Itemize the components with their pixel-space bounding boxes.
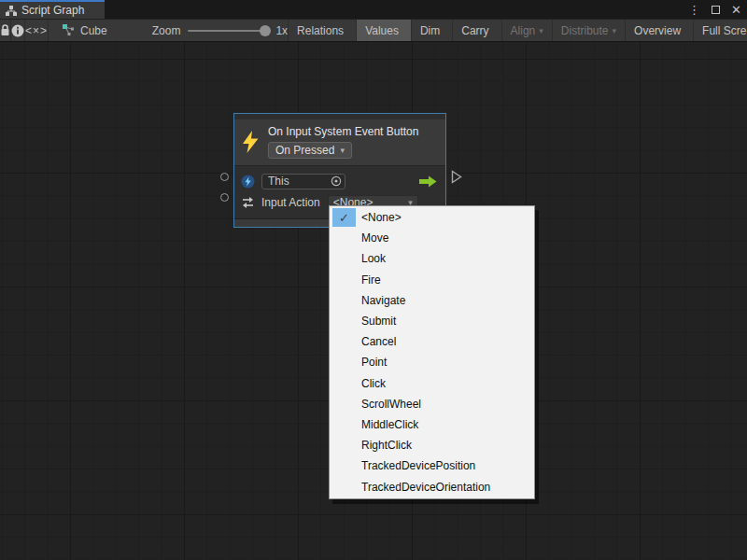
lock-icon — [0, 24, 10, 36]
check-icon — [332, 332, 356, 351]
check-icon — [332, 249, 356, 268]
this-object-field[interactable]: This — [261, 174, 345, 189]
input-action-input-port[interactable] — [220, 193, 229, 202]
dropdown-item-label: MiddleClick — [361, 418, 418, 431]
flow-output-port[interactable] — [451, 170, 462, 184]
dropdown-menu-item[interactable]: ScrollWheel — [330, 394, 534, 414]
dropdown-item-label: Cancel — [361, 335, 396, 348]
object-picker-icon[interactable] — [331, 175, 342, 187]
dropdown-menu-item[interactable]: ✓ <None> — [330, 207, 534, 228]
dropdown-menu-item[interactable]: TrackedDeviceOrientation — [330, 476, 534, 497]
code-icon: <×> — [25, 24, 48, 37]
zoom-label: Zoom — [152, 24, 181, 37]
gameobject-bolt-icon — [241, 175, 255, 189]
trigger-dropdown[interactable]: On Pressed ▾ — [268, 142, 352, 159]
node-header: On Input System Event Button On Pressed … — [234, 119, 445, 166]
chevron-down-icon: ▾ — [340, 146, 345, 155]
zoom-slider[interactable] — [188, 30, 268, 32]
dropdown-menu-item[interactable]: RightClick — [330, 435, 534, 455]
toolbar-button-label: Distribute — [561, 24, 609, 37]
toolbar-button-label: Values — [365, 24, 399, 37]
dropdown-item-label: Navigate — [361, 294, 405, 307]
check-icon — [332, 436, 356, 455]
lock-button[interactable] — [0, 20, 11, 41]
info-icon — [11, 24, 24, 37]
chevron-down-icon: ▾ — [539, 26, 543, 35]
input-action-swap-icon — [241, 196, 255, 209]
check-icon — [332, 456, 356, 475]
event-bolt-icon — [242, 130, 260, 154]
tab-title: Script Graph — [21, 4, 84, 17]
toolbar-button[interactable]: Align ▾ — [501, 20, 552, 41]
maximize-icon[interactable] — [712, 6, 720, 14]
dropdown-item-label: Fire — [361, 273, 381, 287]
breadcrumb-label: Cube — [80, 24, 107, 37]
dropdown-menu-item[interactable]: Fire — [330, 270, 534, 290]
dropdown-menu-item[interactable]: Point — [330, 352, 534, 372]
code-preview-button[interactable]: <×> — [25, 20, 49, 41]
input-action-dropdown-menu: ✓ <None> Move Look Fire Navigate — [329, 205, 535, 499]
check-icon — [332, 478, 356, 497]
zoom-slider-handle[interactable] — [260, 25, 271, 36]
dropdown-menu-item[interactable]: Move — [330, 228, 534, 248]
toolbar-button[interactable]: Distribute ▾ — [552, 20, 625, 41]
graph-hierarchy-icon — [6, 6, 17, 16]
dropdown-menu-item[interactable]: Click — [330, 373, 534, 394]
check-icon — [332, 312, 356, 330]
check-icon — [332, 291, 356, 310]
check-icon — [332, 271, 356, 289]
zoom-control: Zoom 1x — [120, 20, 288, 41]
trigger-label: On Pressed — [275, 144, 334, 157]
dropdown-item-label: Submit — [361, 315, 396, 328]
toolbar-button[interactable]: Values — [356, 20, 411, 41]
toolbar-button[interactable]: Dim — [411, 20, 452, 41]
node-title: On Input System Event Button — [268, 125, 418, 138]
flow-arrow-icon — [419, 175, 437, 188]
tab-bar: Script Graph ⋮ ✕ — [0, 0, 747, 19]
toolbar-button-label: Relations — [297, 24, 344, 37]
toolbar-button-label: Carry — [461, 24, 488, 37]
tab-script-graph[interactable]: Script Graph — [0, 0, 105, 19]
script-graph-window: Script Graph ⋮ ✕ — [0, 0, 747, 560]
toolbar-button[interactable]: Carry — [452, 20, 500, 41]
dropdown-item-label: ScrollWheel — [361, 398, 421, 411]
toolbar-button-label: Align — [511, 24, 536, 37]
dropdown-menu-item[interactable]: Cancel — [330, 331, 534, 352]
kebab-menu-icon[interactable]: ⋮ — [688, 4, 700, 16]
toolbar-button-label: Overview — [634, 24, 681, 37]
check-icon: ✓ — [332, 208, 356, 227]
chevron-down-icon: ▾ — [613, 26, 617, 35]
dropdown-menu-item[interactable]: MiddleClick — [330, 414, 534, 435]
dropdown-item-label: Look — [361, 252, 386, 265]
dropdown-item-label: Click — [361, 377, 386, 390]
check-icon — [332, 374, 356, 393]
dropdown-item-label: TrackedDevicePosition — [361, 459, 475, 472]
window-controls: ⋮ ✕ — [688, 0, 741, 19]
close-icon[interactable]: ✕ — [731, 4, 741, 16]
dropdown-item-label: Point — [361, 356, 387, 369]
dropdown-menu-item[interactable]: Look — [330, 248, 534, 269]
dropdown-item-label: RightClick — [361, 439, 412, 452]
check-icon — [332, 395, 356, 413]
check-icon — [332, 353, 356, 371]
dropdown-menu-item[interactable]: Submit — [330, 311, 534, 331]
dropdown-item-label: <None> — [361, 211, 402, 224]
graph-toolbar: <×> Cube Zoom 1x Relat — [0, 19, 747, 42]
check-icon — [332, 229, 356, 247]
this-input-port[interactable] — [220, 173, 229, 181]
toolbar-button[interactable]: Overview — [625, 20, 693, 41]
dropdown-item-label: TrackedDeviceOrientation — [361, 481, 490, 494]
input-action-label: Input Action — [261, 196, 320, 209]
toolbar-button[interactable]: Full Screen — [693, 20, 747, 41]
toolbar-buttons: Relations Values Dim Carry — [288, 20, 747, 41]
check-icon — [332, 415, 356, 434]
dropdown-menu-item[interactable]: Navigate — [330, 290, 534, 311]
dropdown-menu-item[interactable]: TrackedDevicePosition — [330, 455, 534, 476]
toolbar-button[interactable]: Relations — [288, 20, 356, 41]
zoom-value: 1x — [275, 24, 288, 37]
flow-output-slot — [419, 175, 437, 188]
toolbar-button-label: Full Screen — [702, 24, 747, 37]
info-button[interactable] — [11, 20, 25, 41]
toolbar-button-label: Dim — [420, 24, 440, 37]
graph-breadcrumb[interactable]: Cube — [49, 20, 120, 41]
